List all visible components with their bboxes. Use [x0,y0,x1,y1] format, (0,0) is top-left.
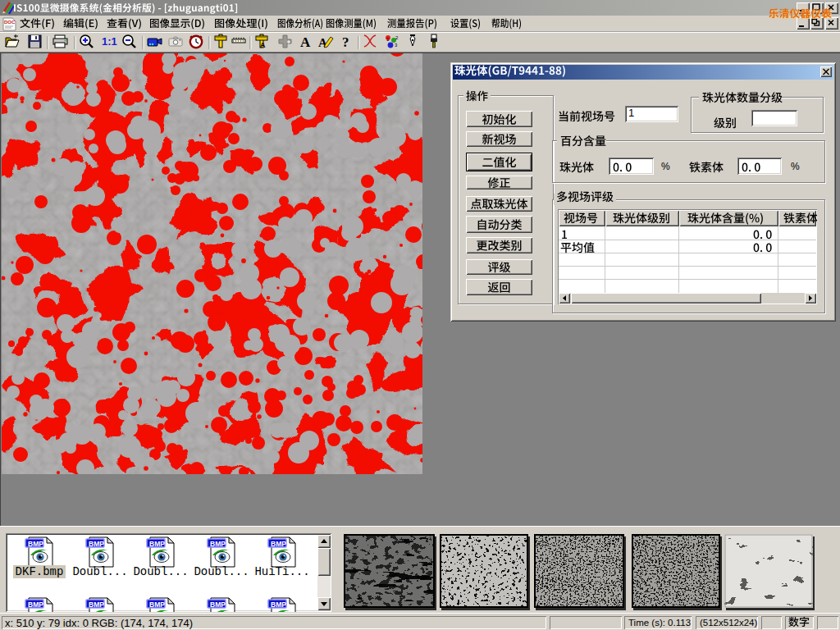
svg-text:BMP: BMP [271,540,286,548]
svg-text:2: 2 [395,35,399,40]
svg-text:3: 3 [395,43,398,48]
svg-text:1:1: 1:1 [102,35,117,48]
svg-text:A: A [260,41,266,49]
svg-text:A: A [300,34,311,50]
svg-text:BMP: BMP [28,540,43,548]
svg-text:BMP: BMP [271,600,286,609]
svg-text:?: ? [342,34,349,50]
svg-text:BMP: BMP [210,600,226,609]
svg-text:BMP: BMP [28,600,43,609]
svg-text:BMP: BMP [210,540,226,548]
svg-text:BMP: BMP [149,600,165,609]
svg-text:BMP: BMP [89,600,104,609]
svg-text:BMP: BMP [89,540,104,548]
svg-text:DOC: DOC [4,20,16,25]
svg-text:BMP: BMP [149,540,165,548]
